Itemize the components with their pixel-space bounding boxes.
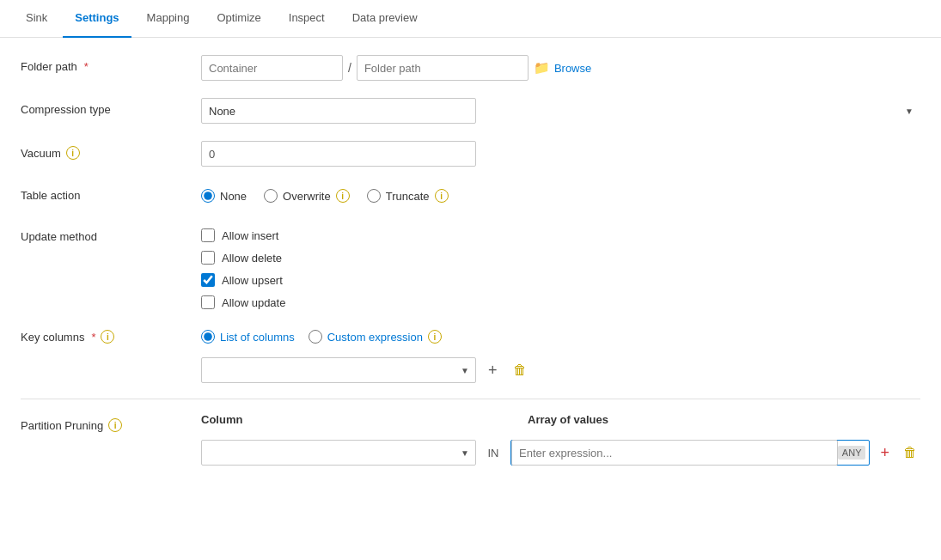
partition-pruning-label: Partition Pruning i bbox=[21, 413, 201, 432]
expression-input[interactable] bbox=[511, 440, 838, 466]
update-method-label: Update method bbox=[21, 227, 201, 243]
browse-button[interactable]: 📁 Browse bbox=[534, 60, 591, 76]
key-columns-label: Key columns * i bbox=[21, 325, 201, 344]
tab-bar: Sink Settings Mapping Optimize Inspect D… bbox=[0, 0, 941, 38]
any-badge: ANY bbox=[838, 446, 866, 460]
container-input[interactable] bbox=[201, 55, 343, 81]
key-columns-expression[interactable]: Custom expression i bbox=[309, 330, 442, 344]
expression-container: ANY bbox=[510, 440, 870, 466]
custom-expr-info-icon[interactable]: i bbox=[428, 330, 442, 344]
partition-pruning-info-icon[interactable]: i bbox=[108, 418, 122, 432]
table-action-truncate[interactable]: Truncate i bbox=[367, 189, 449, 203]
trash-icon: 🗑 bbox=[513, 362, 527, 378]
in-label: IN bbox=[483, 447, 504, 460]
partition-trash-icon: 🗑 bbox=[903, 445, 917, 460]
plus-icon: + bbox=[488, 362, 498, 378]
folder-path-row: Folder path * / 📁 Browse bbox=[21, 55, 920, 82]
compression-type-select[interactable]: None Gzip Deflate Bzip2 Lz4 Snappy Zstd bbox=[201, 98, 476, 124]
delete-key-column-button[interactable]: 🗑 bbox=[510, 359, 530, 381]
compression-type-label: Compression type bbox=[21, 98, 201, 116]
values-header: Array of values bbox=[528, 413, 608, 426]
tab-data-preview[interactable]: Data preview bbox=[340, 0, 430, 38]
tab-inspect[interactable]: Inspect bbox=[277, 0, 337, 38]
settings-content: Folder path * / 📁 Browse Compression typ… bbox=[0, 38, 941, 560]
delete-partition-button[interactable]: 🗑 bbox=[900, 441, 920, 464]
partition-data-row: ▼ IN ANY + 🗑 bbox=[201, 440, 920, 466]
overwrite-info-icon[interactable]: i bbox=[336, 189, 350, 203]
tab-sink[interactable]: Sink bbox=[14, 0, 59, 38]
compression-type-row: Compression type None Gzip Deflate Bzip2… bbox=[21, 98, 920, 125]
key-columns-info-icon[interactable]: i bbox=[101, 330, 114, 344]
vacuum-input[interactable] bbox=[201, 141, 476, 167]
allow-insert-checkbox[interactable]: Allow insert bbox=[201, 228, 920, 242]
partition-column-select[interactable] bbox=[201, 440, 476, 466]
tab-optimize[interactable]: Optimize bbox=[205, 0, 272, 38]
table-action-radio-group: None Overwrite i Truncate i bbox=[201, 184, 920, 203]
vacuum-label: Vacuum i bbox=[21, 141, 201, 160]
key-columns-radio-group: List of columns Custom expression i bbox=[201, 325, 920, 344]
table-action-row: Table action None Overwrite i Truncate i bbox=[21, 184, 920, 211]
table-action-overwrite[interactable]: Overwrite i bbox=[264, 189, 350, 203]
truncate-info-icon[interactable]: i bbox=[435, 189, 449, 203]
allow-update-checkbox[interactable]: Allow update bbox=[201, 295, 920, 309]
table-action-none[interactable]: None bbox=[201, 189, 247, 203]
add-partition-button[interactable]: + bbox=[877, 441, 893, 464]
folder-icon: 📁 bbox=[534, 60, 550, 76]
tab-mapping[interactable]: Mapping bbox=[135, 0, 202, 38]
folder-path-label: Folder path * bbox=[21, 55, 201, 73]
update-method-row: Update method Allow insert Allow delete … bbox=[21, 227, 920, 309]
vacuum-info-icon[interactable]: i bbox=[66, 146, 80, 160]
column-header: Column bbox=[201, 413, 476, 426]
folder-path-input[interactable] bbox=[357, 55, 529, 81]
allow-upsert-checkbox[interactable]: Allow upsert bbox=[201, 273, 920, 287]
vacuum-row: Vacuum i bbox=[21, 141, 920, 168]
add-key-column-button[interactable]: + bbox=[485, 359, 501, 381]
tab-settings[interactable]: Settings bbox=[63, 0, 131, 38]
table-action-label: Table action bbox=[21, 184, 201, 202]
key-columns-row: Key columns * i List of columns Custom e… bbox=[21, 325, 920, 383]
compression-chevron-icon: ▼ bbox=[905, 107, 914, 116]
partition-pruning-row: Partition Pruning i Column Array of valu… bbox=[21, 413, 920, 466]
allow-delete-checkbox[interactable]: Allow delete bbox=[201, 251, 920, 265]
update-method-checkbox-group: Allow insert Allow delete Allow upsert A… bbox=[201, 227, 920, 309]
key-columns-select[interactable] bbox=[201, 357, 476, 383]
partition-plus-icon: + bbox=[880, 445, 889, 460]
key-columns-list[interactable]: List of columns bbox=[201, 330, 295, 344]
